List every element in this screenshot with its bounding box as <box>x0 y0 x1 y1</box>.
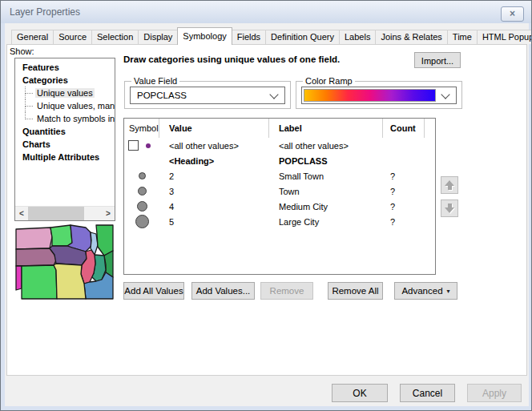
point-symbol-icon[interactable] <box>138 187 147 195</box>
default-symbol-icon <box>146 143 151 148</box>
show-item-charts[interactable]: Charts <box>15 138 115 151</box>
tab-definition-query[interactable]: Definition Query <box>265 30 340 44</box>
cancel-button[interactable]: Cancel <box>400 384 455 402</box>
symbol-cell <box>124 168 159 183</box>
window-title: Layer Properties <box>10 6 80 18</box>
scroll-right-icon[interactable]: > <box>102 207 115 220</box>
all-other-values-checkbox[interactable] <box>128 140 139 151</box>
column-header-symbol[interactable]: Symbol <box>124 119 159 138</box>
tab-selection[interactable]: Selection <box>91 30 139 44</box>
show-item-match-to-symbols-in-a[interactable]: Match to symbols in a <box>15 112 115 125</box>
tab-source[interactable]: Source <box>53 30 92 44</box>
tab-bar: GeneralSourceSelectionDisplaySymbologyFi… <box>11 27 532 45</box>
remove-button[interactable]: Remove <box>260 282 313 300</box>
show-horizontal-scrollbar[interactable]: < > <box>15 206 115 220</box>
show-item-quantities[interactable]: Quantities <box>15 125 115 138</box>
move-down-button[interactable] <box>441 199 458 217</box>
chevron-down-icon <box>441 90 449 99</box>
table-row[interactable]: 4Medium City? <box>124 199 435 214</box>
point-symbol-icon[interactable] <box>139 172 146 179</box>
map-preview-svg <box>15 224 114 300</box>
show-item-unique-values-many[interactable]: Unique values, many <box>15 99 115 112</box>
show-tree: FeaturesCategoriesUnique valuesUnique va… <box>15 58 115 163</box>
label-cell: Small Town <box>269 171 383 181</box>
apply-button[interactable]: Apply <box>467 384 522 402</box>
count-cell: ? <box>383 187 425 196</box>
count-cell: ? <box>383 202 425 212</box>
count-cell: ? <box>383 171 425 181</box>
down-arrow-icon <box>445 208 454 213</box>
show-item-categories[interactable]: Categories <box>15 74 115 87</box>
up-arrow-stem <box>448 186 452 190</box>
move-up-button[interactable] <box>441 176 458 194</box>
tab-display[interactable]: Display <box>138 30 178 44</box>
value-cell: <Heading> <box>159 156 269 166</box>
button-label: Add All Values <box>124 286 183 296</box>
column-header-value[interactable]: Value <box>159 119 269 138</box>
map-preview <box>15 224 114 300</box>
show-item-multiple-attributes[interactable]: Multiple Attributes <box>15 151 115 163</box>
import-button[interactable]: Import... <box>414 52 461 68</box>
value-cell: 2 <box>159 171 269 181</box>
count-cell: ? <box>383 217 425 227</box>
title-bar[interactable]: Layer Properties × <box>1 1 531 23</box>
show-item-label: Categories <box>21 75 70 85</box>
table-row[interactable]: 2Small Town? <box>124 168 435 183</box>
table-header: Symbol Value Label Count <box>124 119 435 138</box>
symbol-cell <box>124 183 159 199</box>
value-cell: 4 <box>159 202 269 212</box>
advanced-button[interactable]: Advanced▾ <box>394 282 457 300</box>
color-ramp-group-label: Color Ramp <box>303 76 355 86</box>
tab-general[interactable]: General <box>11 30 54 44</box>
value-field-group-label: Value Field <box>131 76 179 86</box>
tab-html-popup[interactable]: HTML Popup <box>477 30 532 44</box>
close-button[interactable]: × <box>501 6 524 22</box>
symbol-cell <box>124 214 159 229</box>
label-cell: <all other values> <box>269 141 383 151</box>
point-symbol-icon[interactable] <box>135 215 149 228</box>
table-row[interactable]: 3Town? <box>124 183 435 199</box>
tab-labels[interactable]: Labels <box>339 30 376 44</box>
point-symbol-icon[interactable] <box>137 201 147 212</box>
button-label: Advanced <box>401 286 442 296</box>
column-header-label[interactable]: Label <box>269 119 383 138</box>
symbol-cell <box>124 199 159 214</box>
table-row[interactable]: <Heading>POPCLASS <box>124 153 435 168</box>
value-table-body: <all other values><all other values><Hea… <box>124 138 435 229</box>
method-heading: Draw categories using unique values of o… <box>123 54 340 64</box>
layer-properties-dialog: Layer Properties × GeneralSourceSelectio… <box>0 0 532 411</box>
table-row[interactable]: <all other values><all other values> <box>124 138 435 153</box>
symbol-cell <box>124 153 159 168</box>
column-header-filler <box>425 119 435 138</box>
tab-joins-relates[interactable]: Joins & Relates <box>375 30 447 44</box>
show-item-features[interactable]: Features <box>15 61 115 74</box>
scrollbar-thumb[interactable] <box>28 207 84 220</box>
show-item-label: Unique values <box>35 88 95 98</box>
tab-symbology[interactable]: Symbology <box>177 27 232 45</box>
symbology-tab-page: Show: FeaturesCategoriesUnique valuesUni… <box>6 44 527 376</box>
show-item-label: Unique values, many <box>35 101 115 111</box>
add-values-button[interactable]: Add Values... <box>191 282 255 300</box>
remove-all-button[interactable]: Remove All <box>328 282 383 300</box>
value-field-group: Value Field POPCLASS <box>124 81 291 109</box>
label-cell: POPCLASS <box>269 156 383 166</box>
unique-values-table: Symbol Value Label Count <all other valu… <box>123 118 436 275</box>
add-all-values-button[interactable]: Add All Values <box>123 282 184 300</box>
value-field-dropdown[interactable]: POPCLASS <box>130 87 285 104</box>
table-row[interactable]: 5Large City? <box>124 214 435 229</box>
scroll-left-icon[interactable]: < <box>15 207 28 220</box>
scrollbar-track[interactable] <box>28 207 102 220</box>
column-header-count[interactable]: Count <box>383 119 425 138</box>
button-label: Remove <box>270 286 304 296</box>
value-cell: 3 <box>159 187 269 196</box>
show-label: Show: <box>10 46 34 56</box>
ok-button[interactable]: OK <box>332 384 388 402</box>
tab-fields[interactable]: Fields <box>232 30 266 44</box>
show-item-label: Features <box>21 62 61 72</box>
value-field-selected: POPCLASS <box>137 91 187 100</box>
button-label: Remove All <box>332 286 378 296</box>
label-cell: Medium City <box>269 202 383 212</box>
color-ramp-dropdown[interactable] <box>301 87 457 104</box>
show-item-unique-values[interactable]: Unique values <box>15 87 115 99</box>
tab-time[interactable]: Time <box>447 30 478 44</box>
